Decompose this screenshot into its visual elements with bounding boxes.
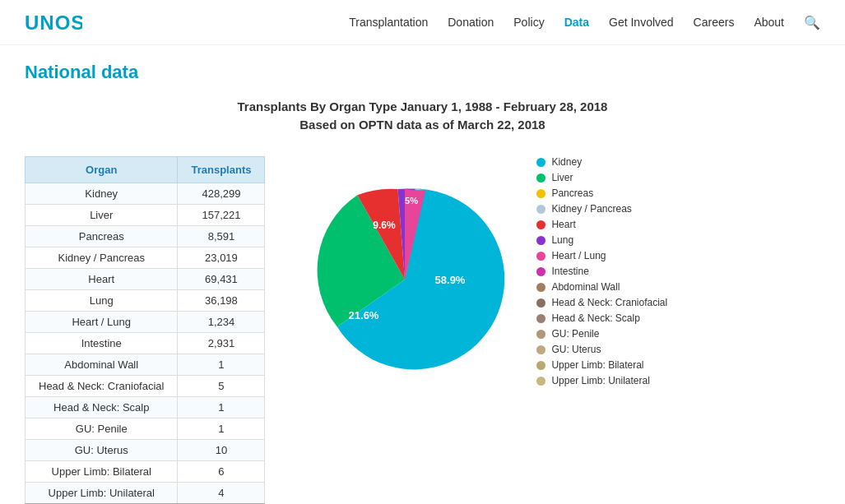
legend-color-dot	[536, 377, 546, 386]
legend-item: Head & Neck: Craniofacial	[536, 297, 667, 308]
transplant-count: 36,198	[178, 290, 265, 312]
transplant-count: 1	[178, 354, 265, 376]
legend-item: GU: Uterus	[536, 344, 667, 355]
table-row: Upper Limb: Bilateral6	[26, 461, 265, 483]
organ-name: Heart	[26, 269, 178, 290]
legend-item: Abdominal Wall	[536, 281, 667, 293]
nav-get-involved[interactable]: Get Involved	[609, 16, 674, 29]
transplant-count: 69,431	[178, 269, 265, 290]
transplant-count: 23,019	[178, 247, 265, 269]
organ-name: Kidney / Pancreas	[26, 247, 178, 269]
transplant-count: 8,591	[178, 226, 265, 247]
logo: UNOS	[25, 10, 82, 35]
organ-name: Head & Neck: Scalp	[26, 397, 178, 418]
organ-name: Kidney	[26, 183, 178, 205]
legend-label: Liver	[551, 172, 573, 183]
table-row: Upper Limb: Unilateral4	[26, 483, 265, 505]
organ-name: Intestine	[26, 333, 178, 354]
legend-color-dot	[536, 189, 546, 198]
legend-label: Head & Neck: Scalp	[551, 312, 639, 324]
nav-data[interactable]: Data	[564, 16, 589, 29]
legend-item: Heart / Lung	[536, 250, 667, 261]
pie-chart: 58.9% 21.6% 9.6% 5%	[290, 164, 520, 378]
legend-color-dot	[536, 205, 546, 214]
transplant-count: 2,931	[178, 333, 265, 354]
legend-item: Liver	[536, 172, 667, 183]
legend-label: Heart / Lung	[551, 250, 606, 261]
organ-name: Heart / Lung	[26, 312, 178, 333]
table-row: GU: Penile1	[26, 418, 265, 440]
organ-name: Lung	[26, 290, 178, 312]
legend-color-dot	[536, 267, 546, 276]
chart-subtitle: Based on OPTN data as of March 22, 2018	[25, 118, 820, 132]
organ-name: Liver	[26, 205, 178, 226]
legend-label: Upper Limb: Unilateral	[551, 375, 649, 386]
legend-color-dot	[536, 236, 546, 245]
nav-donation[interactable]: Donation	[448, 16, 494, 29]
legend-item: Pancreas	[536, 187, 667, 199]
organ-name: Head & Neck: Craniofacial	[26, 376, 178, 397]
legend-label: Kidney	[551, 156, 582, 168]
nav-policy[interactable]: Policy	[513, 16, 544, 29]
legend-item: Kidney	[536, 156, 667, 168]
organ-name: Upper Limb: Bilateral	[26, 461, 178, 483]
legend-label: Head & Neck: Craniofacial	[551, 297, 667, 308]
page-title: National data	[0, 45, 845, 91]
table-row: Lung36,198	[26, 290, 265, 312]
organ-name: Pancreas	[26, 226, 178, 247]
legend-color-dot	[536, 158, 546, 167]
legend-label: GU: Penile	[551, 328, 599, 340]
transplant-count: 1	[178, 397, 265, 418]
legend-item: Lung	[536, 234, 667, 246]
svg-text:UNOS: UNOS	[25, 12, 82, 34]
col-transplants-header: Transplants	[178, 157, 265, 183]
organ-table: Organ Transplants Kidney428,299Liver157,…	[25, 156, 265, 504]
label-lung: 5%	[405, 196, 418, 206]
table-row: GU: Uterus10	[26, 440, 265, 461]
table-row: Intestine2,931	[26, 333, 265, 354]
nav-careers[interactable]: Careers	[694, 16, 735, 29]
transplant-count: 6	[178, 461, 265, 483]
label-kidney: 58.9%	[435, 274, 466, 286]
legend-label: Abdominal Wall	[551, 281, 620, 293]
nav-transplantation[interactable]: Transplantation	[349, 16, 428, 29]
legend-item: Upper Limb: Unilateral	[536, 375, 667, 386]
table-row: Head & Neck: Craniofacial5	[26, 376, 265, 397]
legend-label: Heart	[551, 219, 575, 230]
transplant-count: 428,299	[178, 183, 265, 205]
organ-name: Upper Limb: Unilateral	[26, 483, 178, 505]
legend-item: Upper Limb: Bilateral	[536, 359, 667, 371]
legend-label: Upper Limb: Bilateral	[551, 359, 643, 371]
search-button[interactable]: 🔍	[804, 15, 820, 30]
legend-label: Intestine	[551, 266, 588, 277]
transplant-count: 10	[178, 440, 265, 461]
chart-title: Transplants By Organ Type January 1, 198…	[25, 99, 820, 113]
organ-name: Abdominal Wall	[26, 354, 178, 376]
legend-color-dot	[536, 330, 546, 339]
table-row: Kidney428,299	[26, 183, 265, 205]
transplant-count: 157,221	[178, 205, 265, 226]
legend-label: Pancreas	[551, 187, 593, 199]
main-nav: Transplantation Donation Policy Data Get…	[349, 15, 820, 30]
table-row: Pancreas8,591	[26, 226, 265, 247]
legend-color-dot	[536, 345, 546, 354]
header: UNOS Transplantation Donation Policy Dat…	[0, 0, 845, 45]
transplant-count: 5	[178, 376, 265, 397]
organ-name: GU: Uterus	[26, 440, 178, 461]
chart-legend: KidneyLiverPancreasKidney / PancreasHear…	[536, 156, 667, 386]
transplant-count: 1	[178, 418, 265, 440]
legend-color-dot	[536, 361, 546, 370]
legend-label: Kidney / Pancreas	[551, 203, 631, 215]
label-liver: 21.6%	[349, 309, 379, 321]
data-section: Organ Transplants Kidney428,299Liver157,…	[25, 156, 820, 504]
legend-label: Lung	[551, 234, 573, 246]
legend-item: Intestine	[536, 266, 667, 277]
col-organ-header: Organ	[26, 157, 178, 183]
legend-color-dot	[536, 283, 546, 292]
transplant-count: 4	[178, 483, 265, 505]
table-row: Heart69,431	[26, 269, 265, 290]
nav-about[interactable]: About	[754, 16, 784, 29]
legend-item: Heart	[536, 219, 667, 230]
legend-color-dot	[536, 220, 546, 229]
table-row: Head & Neck: Scalp1	[26, 397, 265, 418]
